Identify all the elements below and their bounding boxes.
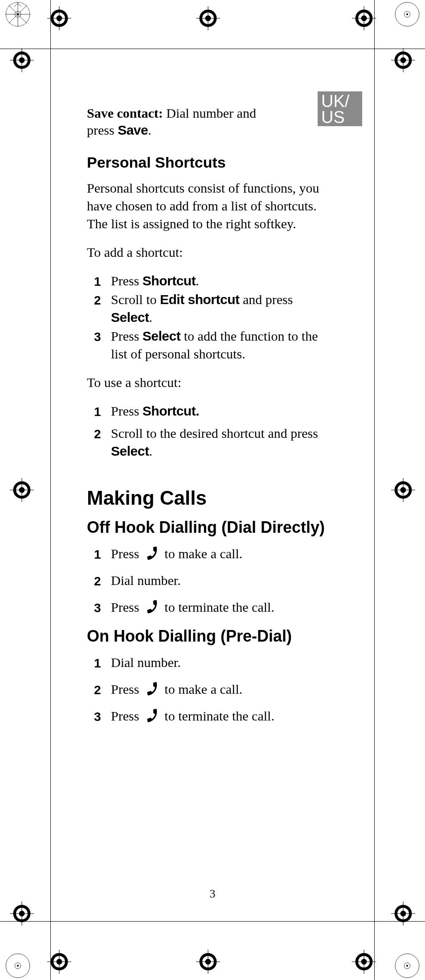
key-save: Save bbox=[118, 123, 148, 137]
list-item: 2 Dial number. bbox=[87, 572, 336, 589]
heading-on-hook: On Hook Dialling (Pre-Dial) bbox=[87, 627, 341, 646]
list-item: 1 Press Shortcut. bbox=[87, 402, 336, 420]
language-tab: UK/ US bbox=[318, 91, 362, 126]
step-text: Press bbox=[111, 546, 143, 561]
save-contact-para: Save contact: Dial number and press Save… bbox=[87, 105, 278, 139]
key-edit-shortcut: Edit shortcut bbox=[160, 292, 240, 307]
lang-line1: UK/ bbox=[321, 93, 362, 109]
list-item: 2 Scroll to Edit shortcut and press Sele… bbox=[87, 291, 336, 326]
step-number: 3 bbox=[94, 599, 101, 617]
heading-personal-shortcuts: Personal Shortcuts bbox=[87, 154, 341, 171]
registration-mark-icon bbox=[352, 950, 376, 974]
personal-shortcuts-intro: Personal shortcuts consist of functions,… bbox=[87, 179, 336, 233]
crop-line-top bbox=[0, 49, 425, 49]
step-number: 2 bbox=[94, 681, 101, 699]
svg-line-6 bbox=[18, 3, 21, 7]
svg-point-17 bbox=[406, 965, 408, 966]
use-shortcut-steps: 1 Press Shortcut. 2 Scroll to the desire… bbox=[87, 402, 336, 460]
registration-mark-icon bbox=[196, 6, 220, 30]
sunburst-icon bbox=[5, 2, 30, 27]
phone-icon bbox=[144, 599, 159, 614]
sunburst-icon bbox=[395, 953, 420, 978]
list-item: 1 Press Shortcut. bbox=[87, 272, 336, 290]
page-number: 3 bbox=[0, 887, 425, 901]
sunburst-icon bbox=[5, 953, 30, 978]
step-text: Dial number. bbox=[111, 655, 181, 670]
step-text: Press bbox=[111, 273, 143, 288]
list-item: 1 Dial number. bbox=[87, 654, 336, 671]
step-number: 2 bbox=[94, 425, 101, 443]
step-text: to terminate the call. bbox=[161, 600, 274, 614]
heading-making-calls: Making Calls bbox=[87, 487, 341, 509]
step-text: Press bbox=[111, 682, 143, 696]
list-item: 1 Press to make a call. bbox=[87, 545, 336, 563]
step-text: Scroll to the desired shortcut and press bbox=[111, 426, 318, 441]
add-shortcut-steps: 1 Press Shortcut. 2 Scroll to Edit short… bbox=[87, 272, 336, 363]
list-item: 3 Press to terminate the call. bbox=[87, 598, 336, 616]
step-number: 1 bbox=[94, 273, 101, 291]
on-hook-steps: 1 Dial number. 2 Press to make a call. 3… bbox=[87, 654, 336, 725]
registration-mark-icon bbox=[391, 478, 415, 502]
to-use-label: To use a shortcut: bbox=[87, 374, 336, 391]
step-text: Press bbox=[111, 329, 143, 343]
registration-mark-icon bbox=[391, 48, 415, 72]
step-number: 1 bbox=[94, 403, 101, 421]
registration-mark-icon bbox=[352, 6, 376, 30]
key-select: Select bbox=[111, 444, 149, 458]
registration-mark-icon bbox=[10, 902, 34, 926]
registration-mark-icon bbox=[47, 950, 71, 974]
lang-line2: US bbox=[321, 109, 362, 125]
heading-off-hook: Off Hook Dialling (Dial Directly) bbox=[87, 518, 341, 537]
period: . bbox=[148, 123, 151, 137]
list-item: 2 Press to make a call. bbox=[87, 680, 336, 698]
crop-line-left bbox=[50, 0, 51, 980]
svg-point-14 bbox=[17, 965, 18, 966]
step-text: to make a call. bbox=[161, 682, 242, 696]
step-number: 1 bbox=[94, 546, 101, 564]
off-hook-steps: 1 Press to make a call. 2 Dial number. 3… bbox=[87, 545, 336, 616]
registration-mark-icon bbox=[47, 6, 71, 30]
step-text: Press bbox=[111, 708, 143, 723]
step-text: Press bbox=[111, 404, 143, 418]
page-content: UK/ US Save contact: Dial number and pre… bbox=[87, 91, 341, 736]
registration-mark-icon bbox=[391, 902, 415, 926]
crop-line-bottom bbox=[0, 921, 425, 922]
step-text: Press bbox=[111, 600, 143, 614]
sunburst-icon bbox=[395, 2, 420, 27]
list-item: 3 Press to terminate the call. bbox=[87, 707, 336, 725]
step-text: to make a call. bbox=[161, 546, 242, 561]
registration-mark-icon bbox=[10, 48, 34, 72]
list-item: 2 Scroll to the desired shortcut and pre… bbox=[87, 424, 336, 460]
step-text: . bbox=[149, 444, 152, 458]
save-contact-label: Save contact: bbox=[87, 106, 163, 120]
key-shortcut: Shortcut bbox=[143, 273, 196, 288]
phone-icon bbox=[144, 708, 159, 723]
to-add-label: To add a shortcut: bbox=[87, 243, 336, 261]
list-item: 3 Press Select to add the function to th… bbox=[87, 327, 336, 363]
step-text: . bbox=[149, 310, 152, 325]
crop-line-right bbox=[374, 0, 375, 980]
key-select: Select bbox=[143, 329, 180, 343]
registration-mark-icon bbox=[10, 478, 34, 502]
step-text: Dial number. bbox=[111, 573, 181, 588]
svg-point-11 bbox=[406, 13, 408, 15]
step-number: 3 bbox=[94, 328, 101, 346]
key-select: Select bbox=[111, 310, 149, 325]
step-text: to terminate the call. bbox=[161, 708, 274, 723]
step-text: and press bbox=[240, 292, 293, 307]
step-number: 2 bbox=[94, 572, 101, 590]
step-text: . bbox=[196, 273, 199, 288]
step-text: Scroll to bbox=[111, 292, 160, 307]
step-number: 3 bbox=[94, 708, 101, 726]
registration-mark-icon bbox=[196, 950, 220, 974]
step-number: 1 bbox=[94, 655, 101, 672]
phone-icon bbox=[144, 546, 159, 561]
step-number: 2 bbox=[94, 292, 101, 309]
phone-icon bbox=[144, 681, 159, 696]
svg-line-7 bbox=[14, 3, 18, 7]
key-shortcut: Shortcut. bbox=[143, 404, 199, 418]
